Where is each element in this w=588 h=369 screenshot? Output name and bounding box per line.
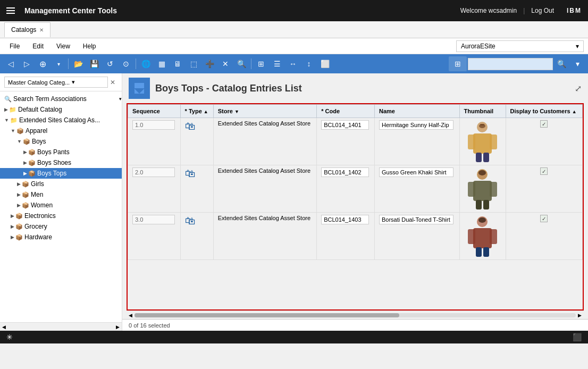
toolbar-list[interactable]: ☰ xyxy=(270,56,284,71)
row3-sequence-input[interactable] xyxy=(132,215,175,224)
expand-btn[interactable]: ⤢ xyxy=(575,83,582,94)
row2-person-svg xyxy=(465,168,500,209)
store-selector[interactable]: AuroraESite ▾ xyxy=(456,40,584,52)
col-display[interactable]: Display to Customers ▲ xyxy=(506,105,582,118)
toolbar-monitor[interactable]: 🖥 xyxy=(170,56,185,71)
tree-search-term-associations[interactable]: 🔍 Search Term Associations ▾ xyxy=(0,94,122,104)
tree-label-hardware: Hardware xyxy=(24,233,52,241)
col-thumbnail[interactable]: Thumbnail xyxy=(459,105,506,118)
svg-point-24 xyxy=(478,217,486,223)
toolbar-split-v[interactable]: ↕ xyxy=(301,56,316,71)
expand-grocery[interactable]: ▶ xyxy=(11,224,14,229)
row2-sequence-input[interactable] xyxy=(132,167,175,177)
row3-display-checkbox[interactable] xyxy=(540,215,548,222)
selection-count: 0 of 16 selected xyxy=(129,322,170,329)
menu-edit[interactable]: Edit xyxy=(27,40,49,52)
toolbar-search-input[interactable] xyxy=(468,58,553,70)
tree-men[interactable]: ▶ 📦 Men xyxy=(0,189,122,200)
toolbar-back[interactable]: ◁ xyxy=(3,56,18,71)
menu-help[interactable]: Help xyxy=(78,40,102,52)
logout-link[interactable]: Log Out xyxy=(531,7,554,14)
expand-men[interactable]: ▶ xyxy=(17,192,21,197)
scroll-left-btn[interactable]: ◀ xyxy=(2,324,6,330)
menu-view[interactable]: View xyxy=(51,40,75,52)
col-code[interactable]: * Code xyxy=(317,105,375,118)
toolbar-add[interactable]: ⊕ xyxy=(35,56,50,71)
tab-close-icon[interactable]: ✕ xyxy=(39,27,44,33)
expand-electronics[interactable]: ▶ xyxy=(11,213,14,219)
h-scroll-thumb[interactable] xyxy=(135,313,399,317)
tree-default-catalog[interactable]: ▶ 📁 Default Catalog xyxy=(0,104,122,115)
expand-boys-shoes[interactable]: ▶ xyxy=(23,160,27,165)
hamburger-menu[interactable] xyxy=(6,7,15,14)
tree-boys-pants[interactable]: ▶ 📦 Boys Pants xyxy=(0,147,122,157)
toolbar-table[interactable]: ⊞ xyxy=(254,56,268,71)
row2-display-checkbox[interactable] xyxy=(540,167,548,175)
toolbar-forward[interactable]: ▷ xyxy=(19,56,34,71)
row3-thumbnail-cell xyxy=(459,213,506,260)
tree-extended-sites-catalog[interactable]: ▼ 📁 Extended Sites Catalog As... xyxy=(0,115,122,125)
tree-women[interactable]: ▶ 📦 Women xyxy=(0,200,122,211)
scroll-right-btn[interactable]: ▶ xyxy=(578,313,582,318)
row1-display-checkbox[interactable] xyxy=(540,120,548,128)
row2-name-input[interactable] xyxy=(379,167,453,177)
left-panel: Master Catalog Categ... ▾ ✕ 🔍 Search Ter… xyxy=(0,73,122,331)
scroll-left-btn[interactable]: ◀ xyxy=(129,313,132,318)
row1-sequence-input[interactable] xyxy=(132,120,175,130)
tree-boys-shoes[interactable]: ▶ 📦 Boys Shoes xyxy=(0,157,122,168)
toolbar-refresh[interactable]: ↺ xyxy=(103,56,117,71)
h-scroll-track[interactable] xyxy=(135,313,576,317)
col-sequence[interactable]: Sequence xyxy=(128,105,181,118)
row3-code-input[interactable] xyxy=(321,215,369,224)
toolbar-globe[interactable]: 🌐 xyxy=(138,56,153,71)
expand-boys-pants[interactable]: ▶ xyxy=(23,149,27,155)
tree-hardware[interactable]: ▶ 📦 Hardware xyxy=(0,232,122,242)
col-name[interactable]: Name xyxy=(374,105,459,118)
bottom-icon-restore[interactable]: ⬛ xyxy=(573,333,582,341)
tree-apparel[interactable]: ▼ 📦 Apparel xyxy=(0,125,122,136)
expand-women[interactable]: ▶ xyxy=(17,203,21,208)
toolbar-stop[interactable]: ⊙ xyxy=(119,56,133,71)
toolbar-expand[interactable]: ⬜ xyxy=(317,56,332,71)
top-bar-right: Welcome wcsadmin | Log Out IBM xyxy=(460,7,582,14)
row3-name-input[interactable] xyxy=(379,215,453,224)
scroll-right-btn[interactable]: ▶ xyxy=(116,324,120,330)
menu-file[interactable]: File xyxy=(4,40,25,52)
col-store[interactable]: Store ▼ xyxy=(213,105,316,118)
row1-name-input[interactable] xyxy=(379,120,453,130)
toolbar-grid[interactable]: ▦ xyxy=(154,56,169,71)
tab-catalogs[interactable]: Catalogs ✕ xyxy=(4,22,51,37)
toolbar-search-expand[interactable]: ▾ xyxy=(570,56,585,71)
tree-boys-tops[interactable]: ▶ 📦 Boys Tops xyxy=(0,168,122,179)
expand-arrow[interactable]: ▾ xyxy=(119,96,122,102)
expand-extended-catalog[interactable]: ▼ xyxy=(4,118,9,123)
row1-code-input[interactable] xyxy=(321,120,369,130)
expand-apparel[interactable]: ▼ xyxy=(11,128,15,133)
toolbar-split-h[interactable]: ↔ xyxy=(285,56,300,71)
tree-electronics[interactable]: ▶ 📦 Electronics xyxy=(0,211,122,221)
toolbar-remove[interactable]: ✕ xyxy=(218,56,233,71)
toolbar-table2[interactable]: ⊞ xyxy=(449,56,467,71)
toolbar-search-btn[interactable]: 🔍 xyxy=(554,56,569,71)
toolbar-add2[interactable]: ➕ xyxy=(202,56,217,71)
toolbar-save[interactable]: 💾 xyxy=(87,56,102,71)
expand-girls[interactable]: ▶ xyxy=(17,181,21,187)
toolbar-zoom[interactable]: 🔍 xyxy=(234,56,249,71)
content-icon-bg xyxy=(129,78,150,99)
expand-boys[interactable]: ▼ xyxy=(17,139,22,144)
toolbar-pages[interactable]: ⬚ xyxy=(186,56,201,71)
expand-boys-tops[interactable]: ▶ xyxy=(23,171,27,176)
col-type[interactable]: * Type ▲ xyxy=(180,105,213,118)
left-panel-close-btn[interactable]: ✕ xyxy=(108,78,117,87)
expand-hardware[interactable]: ▶ xyxy=(11,234,14,240)
toolbar-dropdown[interactable]: ▾ xyxy=(51,56,66,71)
toolbar-open[interactable]: 📂 xyxy=(71,56,86,71)
expand-default-catalog[interactable]: ▶ xyxy=(4,107,8,112)
tree-boys[interactable]: ▼ 📦 Boys xyxy=(0,136,122,147)
svg-rect-3 xyxy=(490,135,497,149)
category-dropdown[interactable]: Master Catalog Categ... ▾ xyxy=(4,77,108,88)
row2-code-input[interactable] xyxy=(321,167,369,177)
tree-girls[interactable]: ▶ 📦 Girls xyxy=(0,179,122,189)
tree-grocery[interactable]: ▶ 📦 Grocery xyxy=(0,221,122,232)
row2-store-text: Extended Sites Catalog Asset Store xyxy=(218,167,310,174)
